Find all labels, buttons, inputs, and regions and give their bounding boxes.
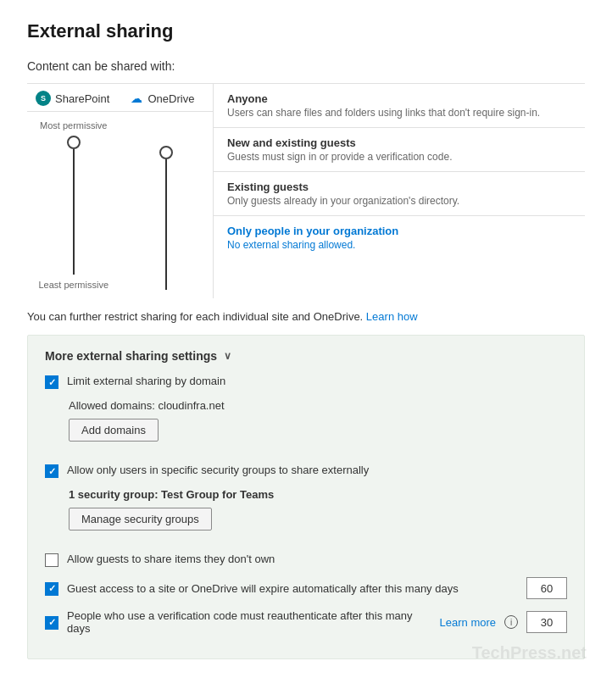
option-anyone[interactable]: Anyone Users can share files and folders… <box>214 84 585 128</box>
sharepoint-label: S SharePoint <box>27 91 120 106</box>
option-new-existing-guests[interactable]: New and existing guests Guests must sign… <box>214 128 585 172</box>
info-text: You can further restrict sharing for eac… <box>27 310 585 323</box>
verification-code-checkbox[interactable] <box>45 616 58 630</box>
sharepoint-icon: S <box>36 91 51 106</box>
page-title: External sharing <box>27 20 585 42</box>
allow-security-groups-checkbox[interactable] <box>45 464 58 478</box>
onedrive-icon: ☁ <box>129 91 144 106</box>
option-org-desc: No external sharing allowed. <box>227 239 571 251</box>
slider-knob-od[interactable] <box>159 146 173 159</box>
option-existing-desc: Only guests already in your organization… <box>227 195 571 207</box>
option-anyone-desc: Users can share files and folders using … <box>227 107 571 119</box>
option-org-title: Only people in your organization <box>227 225 571 237</box>
guest-access-label: Guest access to a site or OneDrive will … <box>67 582 518 595</box>
security-group-info: 1 security group: Test Group for Teams <box>69 488 567 501</box>
option-existing-guests[interactable]: Existing guests Only guests already in y… <box>214 172 585 216</box>
limit-domain-row: Limit external sharing by domain <box>45 375 567 389</box>
verification-code-label: People who use a verification code must … <box>67 609 431 635</box>
allow-security-groups-row: Allow only users in specific security gr… <box>45 464 567 478</box>
more-settings-header[interactable]: More external sharing settings ∨ <box>45 349 567 363</box>
limit-domain-checkbox[interactable] <box>45 375 58 389</box>
onedrive-label: ☁ OneDrive <box>120 91 214 106</box>
slider-line-sp <box>73 149 75 275</box>
limit-domain-label: Limit external sharing by domain <box>67 375 567 387</box>
verification-code-days-input[interactable] <box>526 611 567 633</box>
allow-security-groups-label: Allow only users in specific security gr… <box>67 464 567 476</box>
sharepoint-slider[interactable]: Most permissive Least permissive <box>27 120 120 290</box>
guest-access-checkbox[interactable] <box>45 582 58 596</box>
manage-security-groups-button[interactable]: Manage security groups <box>69 508 212 531</box>
option-new-existing-title: New and existing guests <box>227 136 571 149</box>
guest-access-days-input[interactable] <box>526 577 567 599</box>
options-column: Anyone Users can share files and folders… <box>214 84 585 298</box>
most-permissive-label-sp: Most permissive <box>40 120 107 131</box>
allowed-domains-label: Allowed domains: cloudinfra.net <box>69 399 567 412</box>
allow-guests-own-label: Allow guests to share items they don't o… <box>67 553 567 565</box>
guest-access-row: Guest access to a site or OneDrive will … <box>45 577 567 599</box>
option-org-only[interactable]: Only people in your organization No exte… <box>214 216 585 259</box>
more-settings-label: More external sharing settings <box>45 349 217 363</box>
option-new-existing-desc: Guests must sign in or provide a verific… <box>227 151 571 163</box>
content-shared-label: Content can be shared with: <box>27 59 585 73</box>
verification-code-row: People who use a verification code must … <box>45 609 567 635</box>
option-existing-title: Existing guests <box>227 181 571 193</box>
option-anyone-title: Anyone <box>227 92 571 105</box>
learn-how-link[interactable]: Learn how <box>366 310 418 323</box>
info-icon[interactable]: i <box>504 615 518 629</box>
chevron-down-icon: ∨ <box>224 350 231 362</box>
learn-more-link[interactable]: Learn more <box>440 616 496 629</box>
slider-knob-sp[interactable] <box>67 136 81 149</box>
add-domains-button[interactable]: Add domains <box>69 419 159 442</box>
allow-guests-own-checkbox[interactable] <box>45 553 58 567</box>
allow-guests-own-row: Allow guests to share items they don't o… <box>45 553 567 567</box>
more-settings-section: More external sharing settings ∨ Limit e… <box>27 335 585 659</box>
slider-line-od <box>165 159 167 290</box>
least-permissive-label-sp: Least permissive <box>38 280 108 290</box>
onedrive-slider[interactable] <box>120 120 214 290</box>
